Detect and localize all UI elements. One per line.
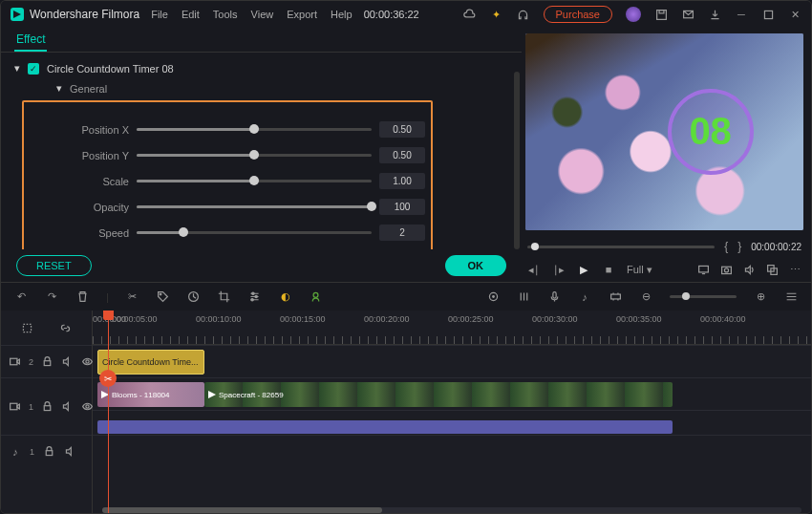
slider-scale[interactable]: [137, 180, 372, 182]
track-mute-icon[interactable]: [61, 400, 74, 414]
value-position-x[interactable]: 0.50: [379, 121, 425, 138]
svg-rect-17: [552, 292, 555, 299]
audio-track-icon: ♪: [9, 445, 22, 459]
reset-button[interactable]: RESET: [16, 255, 92, 276]
sparkle-icon[interactable]: ✦: [490, 8, 503, 21]
track-a1[interactable]: [93, 435, 811, 467]
svg-point-13: [251, 299, 253, 301]
preview-viewport[interactable]: 08: [525, 33, 803, 230]
timeline-scrollbar[interactable]: [102, 507, 801, 513]
track-lock-icon[interactable]: [41, 400, 53, 414]
slider-speed[interactable]: [137, 231, 372, 234]
track-manage-icon[interactable]: [784, 290, 798, 304]
menu-edit[interactable]: Edit: [182, 9, 200, 20]
mark-in-icon[interactable]: {: [724, 240, 728, 253]
purchase-button[interactable]: Purchase: [544, 6, 612, 23]
preview-scrubber[interactable]: [527, 246, 715, 248]
headphones-icon[interactable]: [517, 8, 530, 21]
marker-icon[interactable]: [486, 290, 500, 304]
message-icon[interactable]: [681, 8, 694, 21]
track-v1-audio[interactable]: [93, 410, 811, 435]
ruler-mark: 00:00:15:00: [280, 314, 364, 324]
link-icon[interactable]: [58, 321, 72, 334]
minimize-icon[interactable]: ─: [735, 8, 748, 21]
value-opacity[interactable]: 100: [379, 199, 425, 215]
video-track-icon: [9, 400, 21, 414]
stop-icon[interactable]: ■: [602, 263, 615, 276]
value-position-y[interactable]: 0.50: [379, 147, 425, 163]
preview-more-icon[interactable]: ⋯: [788, 263, 801, 276]
menu-tools[interactable]: Tools: [213, 9, 238, 20]
delete-icon[interactable]: [75, 290, 89, 304]
mixer-icon[interactable]: [517, 290, 530, 304]
maximize-icon[interactable]: [761, 8, 775, 21]
prev-frame-icon[interactable]: ◂∣: [527, 263, 541, 276]
value-scale[interactable]: 1.00: [379, 173, 425, 189]
zoom-slider[interactable]: [670, 295, 737, 298]
collapse-caret-icon[interactable]: ▾: [14, 62, 20, 75]
timeline-ruler[interactable]: 00:00:00 00:00:05:00 00:00:10:00 00:00:1…: [93, 311, 811, 345]
section-caret-icon[interactable]: ▾: [56, 82, 62, 95]
tag-icon[interactable]: [157, 290, 170, 304]
track-v1[interactable]: Blooms - 118004 Spacecraft - 82659: [93, 377, 811, 410]
clip-effect[interactable]: Circle Countdown Time...: [97, 350, 204, 375]
step-back-icon[interactable]: ∣▸: [552, 263, 566, 276]
cloud-icon[interactable]: [463, 8, 477, 21]
mark-out-icon[interactable]: }: [737, 240, 741, 253]
audio-icon[interactable]: ♪: [578, 290, 591, 304]
track-mute-icon[interactable]: [63, 445, 76, 459]
color-icon[interactable]: ◐: [279, 290, 292, 304]
track-v2[interactable]: Circle Countdown Time...: [93, 345, 811, 377]
avatar-icon[interactable]: [626, 7, 641, 22]
svg-rect-4: [698, 266, 708, 272]
speed-icon[interactable]: [187, 290, 201, 304]
track-lock-icon[interactable]: [42, 445, 55, 459]
adjust-icon[interactable]: [248, 290, 262, 304]
scissors-icon[interactable]: ✂: [99, 370, 117, 387]
zoom-in-icon[interactable]: ⊕: [754, 290, 767, 304]
detach-icon[interactable]: [765, 263, 779, 276]
undo-icon[interactable]: ↶: [14, 290, 28, 304]
clip-spacecraft[interactable]: Spacecraft - 82659: [204, 382, 673, 407]
ruler-mark: 00:00:05:00: [112, 314, 196, 324]
redo-icon[interactable]: ↷: [45, 290, 58, 304]
countdown-number: 08: [689, 110, 732, 153]
clip-audio[interactable]: [97, 420, 673, 434]
close-icon[interactable]: ✕: [788, 8, 801, 21]
crop-icon[interactable]: [218, 290, 231, 304]
panel-scrollbar[interactable]: [514, 72, 520, 249]
track-head-v2: 2: [1, 345, 92, 377]
play-icon[interactable]: ▶: [577, 263, 590, 276]
track-lock-icon[interactable]: [41, 355, 53, 369]
clip-blooms[interactable]: Blooms - 118004: [97, 382, 204, 407]
display-icon[interactable]: [696, 263, 710, 276]
tab-effect[interactable]: Effect: [14, 29, 47, 52]
effect-name: Circle Countdown Timer 08: [47, 63, 174, 75]
select-range-icon[interactable]: [21, 321, 34, 334]
menu-help[interactable]: Help: [331, 9, 353, 20]
save-icon[interactable]: [654, 8, 668, 21]
menu-export[interactable]: Export: [287, 9, 317, 20]
volume-icon[interactable]: [742, 263, 756, 276]
menu-view[interactable]: View: [251, 9, 274, 20]
quality-dropdown[interactable]: Full ▾: [627, 264, 652, 276]
menu-file[interactable]: File: [151, 9, 168, 20]
fit-icon[interactable]: [609, 290, 622, 304]
snapshot-icon[interactable]: [719, 263, 733, 276]
ruler-mark: 00:00:40:00: [700, 314, 784, 324]
voiceover-icon[interactable]: [547, 290, 561, 304]
ok-button[interactable]: OK: [445, 255, 507, 276]
slider-position-y[interactable]: [137, 154, 372, 157]
split-icon[interactable]: ✂: [126, 290, 139, 304]
track-mute-icon[interactable]: [61, 355, 74, 369]
download-icon[interactable]: [708, 8, 721, 21]
effect-enable-checkbox[interactable]: ✓: [28, 63, 39, 75]
svg-point-12: [255, 295, 257, 297]
slider-position-x[interactable]: [137, 128, 372, 131]
parameter-group: Position X 0.50 Position Y 0.50 Scale 1.…: [22, 100, 433, 249]
zoom-out-icon[interactable]: ⊖: [639, 290, 652, 304]
value-speed[interactable]: 2: [379, 225, 425, 241]
greenscreen-icon[interactable]: [310, 290, 323, 304]
playhead[interactable]: ✂: [108, 311, 109, 514]
slider-opacity[interactable]: [137, 205, 372, 208]
